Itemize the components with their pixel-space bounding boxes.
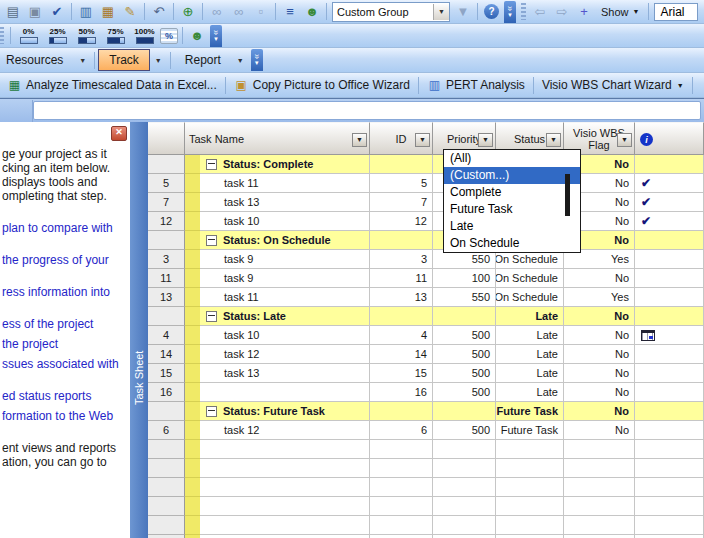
row-number-cell[interactable] bbox=[148, 478, 185, 497]
copy-icon[interactable]: ▥ bbox=[76, 2, 96, 22]
unlink-tasks-icon[interactable]: ∞ bbox=[229, 2, 249, 22]
filter-arrow-icon[interactable]: ▼ bbox=[352, 133, 367, 147]
pane-link[interactable]: the project bbox=[2, 338, 130, 351]
priority-cell[interactable] bbox=[433, 516, 496, 535]
id-cell[interactable]: 15 bbox=[370, 364, 433, 383]
row-number-cell[interactable]: 3 bbox=[148, 250, 185, 269]
status-cell[interactable] bbox=[496, 440, 564, 459]
dropdown-item[interactable]: On Schedule bbox=[444, 235, 580, 252]
track-menu-button[interactable]: Track bbox=[98, 49, 150, 71]
task-name-cell[interactable] bbox=[200, 497, 370, 516]
help-icon[interactable]: ? bbox=[484, 4, 499, 19]
show-button[interactable]: Show▼ bbox=[595, 4, 645, 20]
row-number-cell[interactable] bbox=[148, 516, 185, 535]
collapse-icon[interactable] bbox=[206, 159, 217, 170]
priority-cell[interactable]: 500 bbox=[433, 326, 496, 345]
toolbar-options-icon[interactable] bbox=[210, 25, 222, 47]
wbs-flag-cell[interactable] bbox=[564, 478, 635, 497]
assign-resources-icon[interactable]: ☻ bbox=[187, 26, 207, 46]
font-name-combo[interactable]: Arial bbox=[654, 3, 698, 21]
report-menu-button-arrow[interactable]: ▼ bbox=[232, 54, 249, 67]
plus-icon[interactable]: + bbox=[574, 2, 594, 22]
task-name-cell[interactable]: task 11 bbox=[200, 288, 370, 307]
priority-cell[interactable] bbox=[433, 459, 496, 478]
task-name-cell[interactable]: task 9 bbox=[200, 250, 370, 269]
resources-menu-button-arrow[interactable]: ▼ bbox=[74, 54, 91, 67]
visio-wbs-chart-wizard-button[interactable]: Visio WBS Chart Wizard▼ bbox=[537, 76, 689, 94]
close-icon[interactable]: ✕ bbox=[111, 126, 127, 141]
status-cell[interactable] bbox=[496, 478, 564, 497]
id-cell[interactable]: 7 bbox=[370, 193, 433, 212]
id-cell[interactable] bbox=[370, 516, 433, 535]
id-cell[interactable]: 6 bbox=[370, 421, 433, 440]
task-name-cell[interactable] bbox=[200, 383, 370, 402]
resources-menu-button[interactable]: Resources bbox=[0, 49, 74, 71]
percent-75-button[interactable]: 75% bbox=[102, 25, 129, 46]
wbs-flag-cell[interactable] bbox=[564, 440, 635, 459]
analyze-timescaled-data-button[interactable]: ▦Analyze Timescaled Data in Excel... bbox=[2, 76, 222, 95]
status-cell[interactable]: On Schedule bbox=[496, 269, 564, 288]
priority-cell[interactable]: 500 bbox=[433, 421, 496, 440]
status-cell[interactable]: Future Task bbox=[496, 421, 564, 440]
task-name-cell[interactable]: task 13 bbox=[200, 193, 370, 212]
wbs-flag-cell[interactable] bbox=[564, 459, 635, 478]
task-name-cell[interactable]: task 10 bbox=[200, 212, 370, 231]
wbs-flag-cell[interactable]: No bbox=[564, 307, 635, 326]
group-name-cell[interactable]: Status: Future Task bbox=[200, 402, 370, 421]
priority-cell[interactable]: 100 bbox=[433, 269, 496, 288]
task-name-cell[interactable]: task 13 bbox=[200, 364, 370, 383]
chevron-down-icon[interactable]: ▼ bbox=[433, 4, 449, 20]
priority-cell[interactable]: 550 bbox=[433, 288, 496, 307]
row-number-cell[interactable] bbox=[148, 402, 185, 421]
row-number-cell[interactable] bbox=[148, 497, 185, 516]
task-name-cell[interactable]: task 12 bbox=[200, 421, 370, 440]
pane-link[interactable]: ssues associated with bbox=[2, 358, 130, 371]
priority-cell[interactable] bbox=[433, 497, 496, 516]
report-menu-button[interactable]: Report bbox=[174, 49, 232, 71]
status-cell[interactable]: Late bbox=[496, 345, 564, 364]
filter-arrow-icon[interactable]: ▼ bbox=[415, 133, 430, 147]
wbs-flag-cell[interactable]: No bbox=[564, 383, 635, 402]
collapse-icon[interactable] bbox=[206, 311, 217, 322]
task-notes-icon[interactable]: ≡ bbox=[280, 2, 300, 22]
id-cell[interactable] bbox=[370, 478, 433, 497]
group-name-cell[interactable]: Status: On Schedule bbox=[200, 231, 370, 250]
dropdown-item[interactable]: Future Task bbox=[444, 201, 580, 218]
row-number-cell[interactable]: 14 bbox=[148, 345, 185, 364]
pane-link[interactable]: formation to the Web bbox=[2, 410, 130, 423]
custom-group-combo[interactable]: Custom Group▼ bbox=[332, 2, 450, 22]
percent-100-button[interactable]: 100% bbox=[131, 25, 158, 46]
id-cell[interactable] bbox=[370, 231, 433, 250]
dropdown-item[interactable]: (All) bbox=[444, 150, 580, 167]
status-cell[interactable]: Late bbox=[496, 307, 564, 326]
pane-link[interactable]: ress information into bbox=[2, 286, 130, 299]
id-cell[interactable]: 4 bbox=[370, 326, 433, 345]
print-preview-icon[interactable]: ▣ bbox=[25, 2, 45, 22]
wbs-flag-cell[interactable]: No bbox=[564, 364, 635, 383]
id-cell[interactable] bbox=[370, 155, 433, 174]
dropdown-scrollbar[interactable] bbox=[565, 174, 570, 216]
id-cell[interactable]: 3 bbox=[370, 250, 433, 269]
split-task-icon[interactable]: ▫ bbox=[251, 2, 271, 22]
id-cell[interactable]: 11 bbox=[370, 269, 433, 288]
undo-icon[interactable]: ↶ bbox=[149, 2, 169, 22]
track-menu-button-arrow[interactable]: ▼ bbox=[150, 54, 167, 67]
dropdown-item[interactable]: (Custom...) bbox=[444, 167, 580, 184]
wbs-flag-cell[interactable]: No bbox=[564, 269, 635, 288]
group-name-cell[interactable]: Status: Late bbox=[200, 307, 370, 326]
status-cell[interactable] bbox=[496, 459, 564, 478]
priority-cell[interactable] bbox=[433, 440, 496, 459]
wbs-flag-cell[interactable]: No bbox=[564, 345, 635, 364]
apply-group-icon[interactable]: ▼ bbox=[453, 2, 473, 22]
wbs-flag-cell[interactable] bbox=[564, 497, 635, 516]
row-number-cell[interactable] bbox=[148, 459, 185, 478]
id-cell[interactable]: 16 bbox=[370, 383, 433, 402]
id-cell[interactable]: 12 bbox=[370, 212, 433, 231]
priority-cell[interactable]: 500 bbox=[433, 345, 496, 364]
priority-cell[interactable] bbox=[433, 478, 496, 497]
filter-arrow-icon[interactable]: ▼ bbox=[546, 133, 561, 147]
update-percent-complete-icon[interactable]: % bbox=[160, 28, 178, 44]
priority-cell[interactable]: 500 bbox=[433, 364, 496, 383]
status-cell[interactable]: Late bbox=[496, 326, 564, 345]
pane-link[interactable]: plan to compare with bbox=[2, 222, 130, 235]
